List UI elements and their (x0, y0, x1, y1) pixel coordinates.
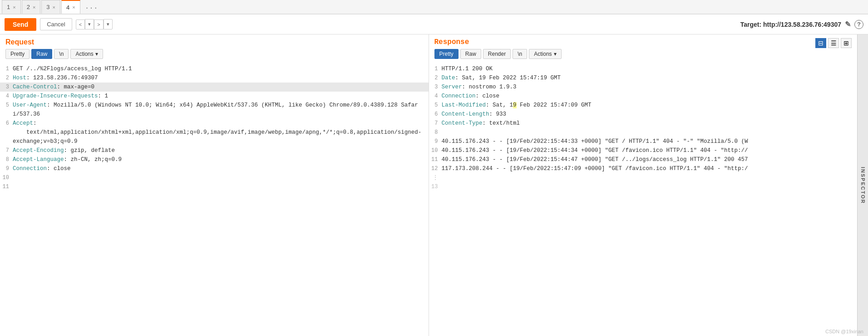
actions-chevron-icon: ▾ (95, 51, 98, 57)
response-title: Response (434, 38, 816, 46)
tab-2[interactable]: 2 × (22, 0, 41, 14)
request-title: Request (5, 38, 423, 46)
tab-1-close[interactable]: × (13, 5, 15, 10)
tab-more[interactable]: ... (81, 3, 102, 11)
response-line-12: 12 117.173.208.244 - - [19/Feb/2022:15:4… (429, 164, 858, 173)
tab-4-label: 4 (66, 4, 69, 11)
inspector-label: INSPECTOR (860, 167, 866, 204)
nav-right-down-button[interactable]: ▾ (104, 19, 113, 29)
response-line-3: 3 Server: nostromo 1.9.3 (429, 83, 858, 92)
tab-1-label: 1 (7, 4, 10, 10)
tab-1[interactable]: 1 × (2, 0, 21, 14)
tab-2-close[interactable]: × (33, 5, 35, 10)
request-tab-raw[interactable]: Raw (31, 49, 52, 59)
request-line-10: 10 (0, 173, 429, 182)
request-line-6: 6 Accept: text/html,application/xhtml+xm… (0, 119, 429, 146)
main-content: Request Pretty Raw \n Actions ▾ 1 GET /.… (0, 34, 868, 336)
request-line-11: 11 (0, 182, 429, 191)
response-header: Response Pretty Raw Render \n Actions ▾ … (429, 34, 858, 63)
response-code-area[interactable]: 1 HTTP/1.1 200 OK 2 Date: Sat, 19 Feb 20… (429, 63, 858, 336)
request-actions-dropdown[interactable]: Actions ▾ (70, 49, 103, 59)
request-line-8: 8 Accept-Language: zh-CN, zh;q=0.9 (0, 155, 429, 164)
request-line-2: 2 Host: 123.58.236.76:49307 (0, 73, 429, 83)
request-panel: Request Pretty Raw \n Actions ▾ 1 GET /.… (0, 34, 429, 336)
response-toolbar: Pretty Raw Render \n Actions ▾ (434, 49, 816, 59)
request-line-5: 5 User-Agent: Mozilla/5.0 (Windows NT 10… (0, 101, 429, 119)
request-toolbar: Pretty Raw \n Actions ▾ (5, 49, 423, 59)
tab-3-close[interactable]: × (53, 5, 55, 10)
request-line-3: 3 Cache-Control: max-age=0 (0, 83, 429, 92)
request-line-4: 4 Upgrade-Insecure-Requests: 1 (0, 92, 429, 101)
response-line-11: 11 40.115.176.243 - - [19/Feb/2022:15:44… (429, 155, 858, 164)
response-line-4: 4 Connection: close (429, 92, 858, 101)
response-line-2: 2 Date: Sat, 19 Feb 2022 15:47:19 GMT (429, 73, 858, 83)
response-actions-dropdown[interactable]: Actions ▾ (529, 49, 561, 59)
inspector-sidebar[interactable]: INSPECTOR (857, 34, 868, 336)
request-tab-newline[interactable]: \n (54, 49, 69, 59)
response-line-9: 9 40.115.176.243 - - [19/Feb/2022:15:44:… (429, 137, 858, 146)
response-line-1: 1 HTTP/1.1 200 OK (429, 64, 858, 73)
request-header: Request Pretty Raw \n Actions ▾ (0, 34, 429, 63)
toolbar: Send Cancel < ▾ > ▾ Target: http://123.5… (0, 15, 868, 34)
response-line-13: ⋮ 13 (429, 173, 858, 191)
tab-3-label: 3 (46, 4, 49, 10)
nav-left-down-button[interactable]: ▾ (85, 19, 94, 29)
response-tab-render[interactable]: Render (483, 49, 511, 59)
edit-icon[interactable]: ✎ (845, 20, 851, 29)
tab-4-close[interactable]: × (72, 5, 75, 10)
nav-arrows: < ▾ > ▾ (76, 19, 113, 29)
watermark: CSDN @19xinan (825, 329, 863, 334)
response-tab-newline[interactable]: \n (513, 49, 527, 59)
help-icon[interactable]: ? (854, 20, 863, 29)
request-line-1: 1 GET /../%2Flogs/access_log HTTP/1.1 (0, 64, 429, 73)
response-line-7: 7 Content-Type: text/html (429, 119, 858, 128)
view-split-button[interactable]: ⊟ (815, 38, 826, 48)
tab-4[interactable]: 4 × (61, 0, 80, 14)
target-label: Target: http://123.58.236.76:49307 (740, 21, 841, 28)
request-line-9: 9 Connection: close (0, 164, 429, 173)
tab-2-label: 2 (27, 4, 30, 10)
response-actions-chevron-icon: ▾ (554, 51, 557, 57)
response-line-6: 6 Content-Length: 933 (429, 110, 858, 119)
view-list-button[interactable]: ☰ (828, 38, 839, 48)
view-grid-button[interactable]: ⊞ (841, 38, 852, 48)
response-line-5: 5 Last-Modified: Sat, 19 Feb 2022 15:47:… (429, 101, 858, 110)
send-button[interactable]: Send (5, 18, 36, 31)
response-tab-pretty[interactable]: Pretty (434, 49, 459, 59)
response-tab-raw[interactable]: Raw (460, 49, 481, 59)
response-header-right: ⊟ ☰ ⊞ (815, 38, 852, 48)
nav-left-button[interactable]: < (76, 19, 85, 29)
request-line-7: 7 Accept-Encoding: gzip, deflate (0, 146, 429, 155)
target-info: Target: http://123.58.236.76:49307 ✎ ? (740, 20, 863, 29)
tab-3[interactable]: 3 × (41, 0, 60, 14)
nav-right-button[interactable]: > (94, 19, 103, 29)
response-line-10: 10 40.115.176.243 - - [19/Feb/2022:15:44… (429, 146, 858, 155)
response-panel: Response Pretty Raw Render \n Actions ▾ … (429, 34, 858, 336)
request-tab-pretty[interactable]: Pretty (5, 49, 30, 59)
cancel-button[interactable]: Cancel (40, 18, 72, 30)
request-code-area[interactable]: 1 GET /../%2Flogs/access_log HTTP/1.1 2 … (0, 63, 429, 336)
response-line-8: 8 (429, 128, 858, 137)
response-header-left: Response Pretty Raw Render \n Actions ▾ (434, 38, 816, 61)
tabs-bar: 1 × 2 × 3 × 4 × ... (0, 0, 868, 15)
